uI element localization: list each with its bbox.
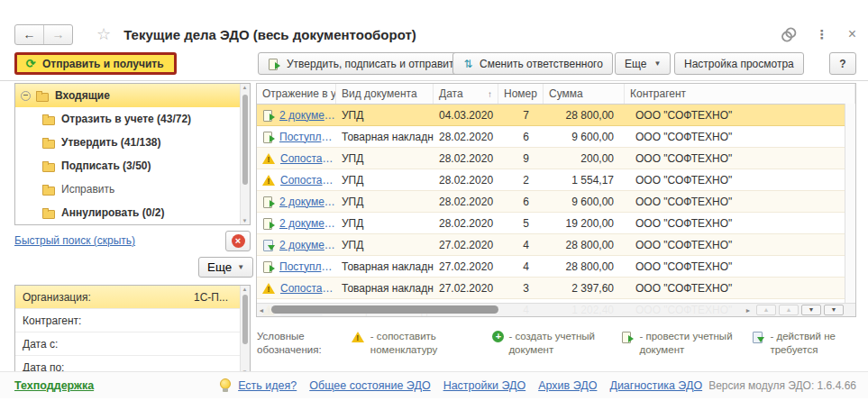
- counterparty-cell: ООО "СОФТЕХНО": [625, 217, 855, 230]
- footer: Техподдержка Есть идея? Общее состояние …: [0, 371, 868, 398]
- document-link[interactable]: Поступление ...: [279, 131, 336, 143]
- date-cell: 28.02.2020: [434, 174, 498, 187]
- table-row[interactable]: 2 документа УПД 04.03.2020 7 28 800,00 О…: [257, 105, 855, 126]
- help-button[interactable]: ?: [829, 52, 856, 75]
- sum-cell: 28 800,00: [544, 109, 625, 122]
- scroll-up-icon[interactable]: ▲: [241, 287, 249, 292]
- table-row[interactable]: 2 документа УПД 28.02.2020 6 9 600,00 ОО…: [257, 191, 855, 213]
- footer-link-edo-archive[interactable]: Архив ЭДО: [538, 379, 597, 392]
- table-row[interactable]: 2 документа УПД 27.02.2020 4 28 800,00 О…: [257, 234, 855, 256]
- tree-item-approve[interactable]: Утвердить (41/138): [15, 131, 250, 154]
- doc-type-cell: УПД: [336, 196, 434, 208]
- scroll-to-top-button[interactable]: ▲: [756, 305, 776, 315]
- document-link[interactable]: 2 документа: [279, 217, 336, 230]
- document-link[interactable]: Сопоставить ...: [280, 174, 336, 187]
- doc-type-cell: УПД: [336, 239, 434, 251]
- filter-row-date-from[interactable]: Дата с:: [15, 332, 250, 356]
- scrollbar-thumb[interactable]: [271, 305, 498, 314]
- table-row[interactable]: Сопоставить ... УПД 28.02.2020 9 200,00 …: [257, 148, 855, 169]
- column-header-reflection[interactable]: Отражение в учете: [257, 84, 336, 104]
- table-row[interactable]: Сопоставить ... УПД 28.02.2020 2 1 554,1…: [257, 169, 855, 191]
- column-header-doc-type[interactable]: Вид документа: [336, 84, 434, 104]
- back-button[interactable]: ←: [15, 25, 43, 44]
- horizontal-scrollbar[interactable]: ◄ ► ▲ ▲ ▼ ▼: [257, 303, 855, 316]
- table-row[interactable]: Поступление ... Товарная накладная 28.02…: [257, 126, 855, 148]
- folder-icon: [42, 183, 56, 196]
- forward-button[interactable]: →: [43, 25, 72, 44]
- view-settings-button[interactable]: Настройка просмотра: [674, 52, 804, 75]
- sidebar-more-button[interactable]: Еще ▼: [198, 257, 253, 278]
- tech-support-link[interactable]: Техподдержка: [14, 379, 94, 392]
- filters-scrollbar[interactable]: ▲ ▼: [240, 286, 250, 376]
- plus-circle-icon: [492, 331, 504, 342]
- get-link-icon[interactable]: [779, 25, 797, 43]
- filters-list: Организация: 1С-П... Контрагент: Дата с:…: [14, 285, 251, 377]
- history-nav-group: ← →: [14, 24, 73, 45]
- scroll-down-icon[interactable]: ▼: [241, 218, 249, 223]
- quick-search-link[interactable]: Быстрый поиск (скрыть): [14, 234, 135, 247]
- tree-scrollbar[interactable]: ▲ ▼: [240, 84, 250, 224]
- column-header-date[interactable]: Дата ↑: [434, 84, 498, 104]
- document-link[interactable]: 2 документа: [279, 196, 336, 208]
- filter-label: Контрагент:: [23, 314, 81, 327]
- column-header-counterparty[interactable]: Контрагент: [625, 84, 855, 104]
- more-menu-icon[interactable]: ⋮: [816, 27, 828, 41]
- footer-link-edo-diagnostics[interactable]: Диагностика ЭДО: [609, 379, 702, 392]
- footer-link-edo-settings[interactable]: Настройки ЭДО: [443, 379, 526, 392]
- clipboard-green-arrow-icon: [752, 331, 765, 343]
- sum-cell: 2 397,60: [544, 282, 625, 295]
- toolbar-more-button[interactable]: Еще ▼: [615, 52, 671, 75]
- scroll-up-icon[interactable]: ▲: [241, 85, 249, 90]
- legend-text: - создать учетный документ: [508, 330, 608, 368]
- tree-item-sign[interactable]: Подписать (3/50): [15, 154, 250, 178]
- filter-row-organization[interactable]: Организация: 1С-П...: [15, 286, 250, 309]
- approve-sign-send-button[interactable]: Утвердить, подписать и отправить: [258, 52, 470, 75]
- favorite-star-icon[interactable]: ☆: [96, 26, 111, 42]
- tree-item-reflect[interactable]: Отразить в учете (43/72): [15, 107, 250, 131]
- document-link[interactable]: Сопоставить ...: [280, 282, 336, 295]
- column-header-sum[interactable]: Сумма: [544, 84, 625, 104]
- toolbar: ⟳ Отправить и получить Утвердить, подпис…: [0, 49, 868, 81]
- scroll-down-button[interactable]: ▼: [801, 305, 821, 315]
- scrollbar-thumb[interactable]: [242, 95, 248, 185]
- table-row[interactable]: Сопоставить ... Товарная накладная 27.02…: [257, 278, 855, 299]
- vertical-scrollbar[interactable]: [845, 104, 855, 304]
- scroll-to-bottom-button[interactable]: ▼: [824, 305, 844, 315]
- document-link[interactable]: Поступление ...: [279, 260, 336, 273]
- tree-item-annul[interactable]: Аннулировать (0/2): [15, 201, 250, 224]
- date-cell: 27.02.2020: [434, 260, 498, 273]
- change-responsible-button[interactable]: ⇅ Сменить ответственного: [452, 52, 613, 75]
- module-version: Версия модуля ЭДО: 1.6.4.66: [708, 379, 856, 392]
- send-and-receive-button[interactable]: ⟳ Отправить и получить: [14, 52, 177, 75]
- table-row[interactable]: Поступление ... Товарная накладная 27.02…: [257, 256, 855, 278]
- send-and-receive-label: Отправить и получить: [42, 58, 164, 70]
- sum-cell: 200,00: [544, 152, 625, 165]
- table-row[interactable]: 2 документа УПД 28.02.2020 5 19 200,00 О…: [257, 213, 855, 234]
- counterparty-cell: ООО "СОФТЕХНО": [625, 109, 855, 122]
- footer-link-idea[interactable]: Есть идея?: [238, 379, 297, 392]
- document-link[interactable]: Сопоставить ...: [280, 152, 336, 165]
- close-icon[interactable]: ×: [848, 26, 856, 42]
- collapse-icon[interactable]: [21, 91, 31, 101]
- date-cell: 27.02.2020: [434, 239, 498, 251]
- filter-row-counterparty[interactable]: Контрагент:: [15, 309, 250, 332]
- scrollbar-thumb[interactable]: [242, 295, 248, 344]
- date-cell: 28.02.2020: [434, 196, 498, 208]
- tree-item-incoming[interactable]: Входящие: [15, 84, 250, 107]
- document-green-arrow-icon: [262, 131, 276, 143]
- scroll-up-button[interactable]: ▲: [779, 305, 799, 315]
- number-cell: 5: [498, 217, 544, 230]
- scroll-right-icon[interactable]: ►: [744, 307, 753, 314]
- document-link[interactable]: 2 документа: [279, 109, 336, 122]
- document-link[interactable]: 2 документа: [279, 239, 336, 251]
- clear-search-button[interactable]: [225, 231, 251, 251]
- folder-icon: [42, 159, 56, 172]
- date-cell: 04.03.2020: [434, 109, 498, 122]
- tree-item-fix[interactable]: Исправить: [15, 178, 250, 201]
- footer-link-edo-state[interactable]: Общее состояние ЭДО: [309, 379, 430, 392]
- sum-cell: 1 554,17: [544, 174, 625, 187]
- scroll-left-icon[interactable]: ◄: [257, 307, 266, 314]
- sort-ascending-icon: ↑: [488, 89, 492, 99]
- column-header-number[interactable]: Номер: [498, 84, 544, 104]
- warning-icon: [352, 331, 366, 343]
